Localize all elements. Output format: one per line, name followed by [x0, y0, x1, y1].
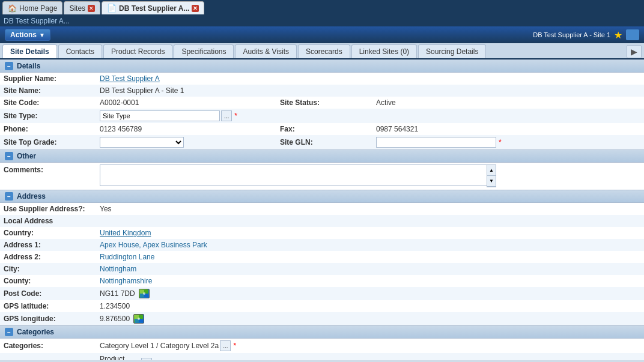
address1-value: Apex House, Apex Business Park — [96, 239, 644, 251]
categories-required: * — [233, 342, 236, 350]
categories-row: Categories: Category Level 1 / Category … — [0, 339, 644, 353]
postcode-map-icon[interactable] — [139, 289, 150, 298]
svg-point-4 — [143, 292, 145, 295]
postcode-label: Post Code: — [0, 287, 96, 300]
content-area: − Details Supplier Name: DB Test Supplie… — [0, 59, 644, 360]
site-type-field: ... * — [96, 109, 644, 123]
site-top-grade-label: Site Top Grade: — [0, 135, 96, 149]
site-type-row: Site Type: ... * — [0, 109, 644, 123]
postcode-field: NG11 7DD — [96, 287, 644, 300]
tab-nav-scorecards[interactable]: Scorecards — [298, 44, 350, 58]
details-collapse-btn[interactable]: − — [5, 62, 13, 70]
gps-lon-label: GPS longitude: — [0, 312, 96, 325]
fax-label: Fax: — [276, 123, 372, 135]
county-label: County: — [0, 275, 96, 287]
tab-nav-site-details[interactable]: Site Details — [2, 44, 57, 58]
address1-label: Address 1: — [0, 239, 96, 251]
other-collapse-btn[interactable]: − — [5, 152, 13, 160]
county-value: Nottinghamshire — [96, 275, 644, 287]
site-gln-label: Site GLN: — [276, 135, 372, 149]
county-row: County: Nottinghamshire — [0, 275, 644, 287]
address-collapse-btn[interactable]: − — [5, 192, 13, 201]
supplier-name-link[interactable]: DB Test Supplier A — [100, 74, 160, 83]
action-bar: Actions ▼ DB Test Supplier A - Site 1 ★ — [0, 26, 644, 43]
actions-button[interactable]: Actions ▼ — [5, 29, 50, 41]
city-value: Nottingham — [96, 263, 644, 275]
title-bar: DB Test Supplier A... — [0, 16, 644, 26]
gps-lat-label: GPS latitude: — [0, 300, 96, 312]
site-top-grade-select[interactable] — [100, 137, 184, 148]
site-top-grade-field — [96, 135, 276, 149]
country-link[interactable]: United Kingdom — [100, 229, 151, 237]
comments-field: ▲ ▼ — [96, 163, 644, 190]
tab-nav-specifications[interactable]: Specifications — [174, 44, 234, 58]
address2-row: Address 2: Ruddington Lane — [0, 251, 644, 263]
lead-tech-field: Product Technologist ... * — [96, 353, 644, 360]
comments-scroll-down[interactable]: ▼ — [487, 176, 496, 187]
other-table: Comments: ▲ ▼ — [0, 163, 644, 190]
site-gln-field: * — [372, 135, 644, 149]
country-row: Country: United Kingdom — [0, 227, 644, 239]
tab-supplier-close[interactable]: ✕ — [192, 5, 199, 12]
fax-value: 0987 564321 — [372, 123, 644, 135]
address1-row: Address 1: Apex House, Apex Business Par… — [0, 239, 644, 251]
use-supplier-address-label: Use Supplier Address?: — [0, 203, 96, 215]
tab-nav-linked-sites[interactable]: Linked Sites (0) — [351, 44, 417, 58]
gps-lat-row: GPS latitude: 1.234500 — [0, 300, 644, 312]
use-supplier-address-value: Yes — [96, 203, 644, 215]
lead-tech-required: * — [154, 359, 157, 360]
tab-nav-product-records[interactable]: Product Records — [103, 44, 172, 58]
comments-textarea[interactable] — [100, 164, 496, 186]
lead-tech-row: Lead Technologist: Product Technologist … — [0, 353, 644, 360]
site-type-label: Site Type: — [0, 109, 96, 123]
tab-nav-audits-visits[interactable]: Audits & Visits — [235, 44, 296, 58]
country-value: United Kingdom — [96, 227, 644, 239]
site-top-grade-row: Site Top Grade: Site GLN: * — [0, 135, 644, 149]
categories-collapse-btn[interactable]: − — [5, 328, 13, 336]
supplier-name-row: Supplier Name: DB Test Supplier A — [0, 73, 644, 85]
country-label: Country: — [0, 227, 96, 239]
site-type-browse-btn[interactable]: ... — [221, 110, 232, 121]
tab-sites[interactable]: Sites ✕ — [64, 1, 100, 14]
site-type-required: * — [234, 112, 237, 120]
site-name-label: Site Name: — [0, 85, 96, 97]
use-supplier-address-row: Use Supplier Address?: Yes — [0, 203, 644, 215]
postcode-row: Post Code: NG11 7DD — [0, 287, 644, 300]
address-table: Use Supplier Address?: Yes Local Address… — [0, 203, 644, 325]
tab-nav-right-arrow[interactable]: ▶ — [627, 45, 642, 58]
home-icon: 🏠 — [8, 4, 17, 13]
local-address-row: Local Address — [0, 215, 644, 227]
categories-browse-btn[interactable]: ... — [220, 340, 231, 351]
tab-sites-close[interactable]: ✕ — [88, 5, 95, 12]
site-type-input[interactable] — [100, 110, 220, 121]
tab-nav-contacts[interactable]: Contacts — [58, 44, 102, 58]
section-other-header: − Other — [0, 149, 644, 163]
site-gln-required: * — [499, 138, 502, 146]
categories-label: Categories: — [0, 339, 96, 353]
star-icon[interactable]: ★ — [614, 29, 622, 41]
gps-lon-map-icon[interactable] — [133, 314, 144, 324]
gps-lon-row: GPS longitude: 9.876500 — [0, 312, 644, 325]
tab-supplier[interactable]: 📄 DB Test Supplier A... ✕ — [102, 1, 204, 14]
categories-table: Categories: Category Level 1 / Category … — [0, 339, 644, 360]
city-row: City: Nottingham — [0, 263, 644, 275]
comments-scroll: ▲ ▼ — [487, 164, 496, 187]
phone-row: Phone: 0123 456789 Fax: 0987 564321 — [0, 123, 644, 135]
phone-label: Phone: — [0, 123, 96, 135]
site-status-value: Active — [372, 97, 644, 109]
action-bar-right: DB Test Supplier A - Site 1 ★ — [533, 29, 639, 41]
site-name-row: Site Name: DB Test Supplier A - Site 1 — [0, 85, 644, 97]
tab-nav-sourcing-details[interactable]: Sourcing Details — [418, 44, 486, 58]
city-label: City: — [0, 263, 96, 275]
user-icon-box[interactable] — [626, 29, 639, 40]
comments-scroll-up[interactable]: ▲ — [487, 165, 496, 176]
section-categories-header: − Categories — [0, 325, 644, 339]
supplier-name-value: DB Test Supplier A — [96, 73, 644, 85]
lead-tech-browse-btn[interactable]: ... — [141, 358, 152, 360]
actions-dropdown-icon: ▼ — [39, 32, 45, 38]
site-gln-input[interactable] — [376, 137, 496, 148]
site-code-value: A0002-0001 — [96, 97, 276, 109]
tab-bar: 🏠 Home Page Sites ✕ 📄 DB Test Supplier A… — [0, 0, 644, 16]
tab-home[interactable]: 🏠 Home Page — [2, 1, 62, 14]
categories-field: Category Level 1 / Category Level 2a ...… — [96, 339, 644, 353]
